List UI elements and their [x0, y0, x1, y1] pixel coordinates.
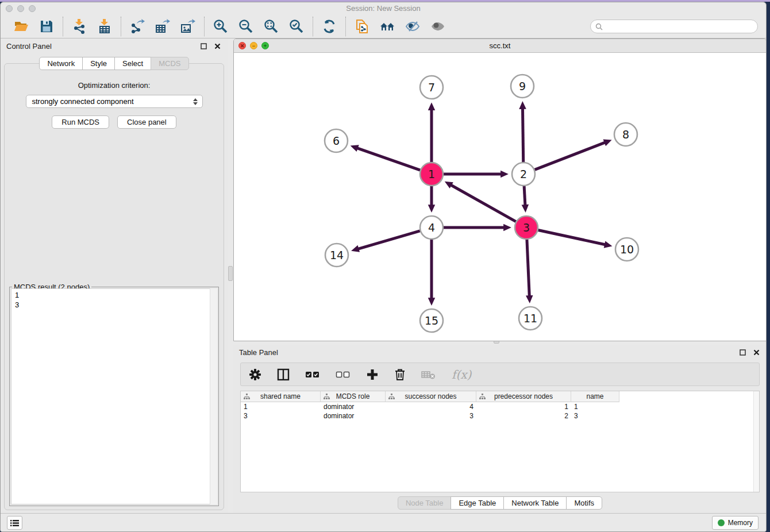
- tab-mcds[interactable]: MCDS: [151, 57, 188, 70]
- gear-icon[interactable]: [249, 368, 261, 381]
- network-minimize-icon[interactable]: −: [250, 42, 257, 49]
- table-cell[interactable]: 1: [476, 402, 571, 411]
- graph-node-10[interactable]: 10: [615, 238, 638, 261]
- clone-network-icon[interactable]: [353, 18, 371, 35]
- close-panel-icon[interactable]: [213, 41, 222, 51]
- memory-button[interactable]: Memory: [712, 516, 759, 530]
- graph-node-4[interactable]: 4: [420, 216, 443, 239]
- minimize-window-button[interactable]: [17, 5, 24, 12]
- table-row[interactable]: 3dominator323: [241, 411, 759, 421]
- graph-node-11[interactable]: 11: [519, 307, 542, 330]
- table-cell[interactable]: 3: [571, 411, 619, 421]
- first-neighbors-icon[interactable]: [379, 18, 396, 35]
- table-cell[interactable]: 3: [386, 411, 476, 421]
- import-network-file-icon[interactable]: [71, 18, 88, 35]
- open-session-icon[interactable]: [13, 18, 30, 35]
- function-builder-icon[interactable]: f(x): [452, 368, 471, 381]
- export-network-icon[interactable]: [129, 18, 146, 35]
- hide-selected-icon[interactable]: [404, 18, 421, 35]
- search-box: [590, 20, 758, 33]
- apply-layout-icon[interactable]: [321, 18, 338, 35]
- combo-chevrons-icon: [193, 98, 198, 105]
- show-all-icon[interactable]: [429, 18, 446, 35]
- edge-2-9[interactable]: [522, 105, 523, 162]
- graph-node-15[interactable]: 15: [420, 309, 443, 332]
- save-session-icon[interactable]: [38, 18, 55, 35]
- tab-edge-table[interactable]: Edge Table: [451, 496, 504, 510]
- zoom-window-button[interactable]: [29, 5, 36, 12]
- select-all-checkboxes-icon[interactable]: [305, 371, 320, 379]
- table-scrollbar[interactable]: [753, 391, 759, 492]
- hierarchy-icon: [244, 394, 250, 400]
- hierarchy-icon: [388, 394, 395, 400]
- list-icon: [10, 519, 19, 527]
- column-header-name[interactable]: name: [571, 391, 619, 402]
- mcds-result-text[interactable]: 1 3: [11, 288, 217, 504]
- split-view-icon[interactable]: [277, 368, 290, 381]
- float-table-panel-icon[interactable]: [738, 348, 747, 357]
- optimization-criterion-label: Optimization criterion:: [5, 81, 224, 90]
- result-scrollbar[interactable]: [210, 288, 217, 504]
- column-header-predecessor-nodes[interactable]: predecessor nodes: [476, 391, 571, 402]
- add-column-icon[interactable]: [366, 368, 379, 381]
- tab-select[interactable]: Select: [114, 57, 151, 70]
- zoom-fit-icon[interactable]: [263, 18, 280, 35]
- task-history-button[interactable]: [7, 516, 22, 530]
- column-header-shared-name[interactable]: shared name: [241, 391, 321, 402]
- graph-node-3[interactable]: 3: [515, 216, 538, 239]
- svg-text:4: 4: [428, 221, 435, 234]
- delete-table-icon[interactable]: [421, 369, 436, 380]
- import-table-file-icon[interactable]: [96, 18, 113, 35]
- table-cell[interactable]: 1: [571, 402, 619, 411]
- export-table-icon[interactable]: [154, 18, 171, 35]
- memory-label: Memory: [728, 519, 753, 527]
- graph-node-9[interactable]: 9: [511, 75, 534, 98]
- network-zoom-icon[interactable]: +: [261, 42, 269, 49]
- edge-1-6[interactable]: [354, 147, 420, 170]
- edge-3-11[interactable]: [527, 240, 530, 299]
- tab-network-table[interactable]: Network Table: [503, 496, 567, 510]
- zoom-selected-icon[interactable]: [288, 18, 305, 35]
- deselect-all-checkboxes-icon[interactable]: [336, 371, 351, 379]
- edge-2-8[interactable]: [535, 141, 609, 169]
- table-cell[interactable]: dominator: [321, 402, 386, 411]
- tab-node-table[interactable]: Node Table: [398, 496, 452, 510]
- table-row[interactable]: 1dominator411: [241, 402, 759, 411]
- graph-node-2[interactable]: 2: [512, 163, 535, 186]
- vertical-splitter-handle[interactable]: [228, 266, 233, 281]
- table-cell[interactable]: dominator: [321, 411, 386, 421]
- network-graph[interactable]: 7968124314101511: [234, 53, 766, 341]
- float-panel-icon[interactable]: [199, 41, 208, 51]
- table-cell[interactable]: 1: [241, 402, 321, 411]
- edge-3-1[interactable]: [448, 183, 516, 221]
- table-cell[interactable]: 2: [476, 411, 571, 421]
- close-window-button[interactable]: [6, 5, 13, 12]
- zoom-out-icon[interactable]: [237, 18, 255, 35]
- delete-columns-icon[interactable]: [394, 368, 406, 381]
- zoom-in-icon[interactable]: [212, 18, 229, 35]
- graph-node-14[interactable]: 14: [325, 244, 348, 267]
- optimization-criterion-select[interactable]: strongly connected component: [26, 95, 203, 108]
- edge-2-3[interactable]: [524, 186, 525, 209]
- tab-motifs[interactable]: Motifs: [566, 496, 602, 510]
- graph-node-6[interactable]: 6: [325, 129, 348, 152]
- network-canvas[interactable]: 7968124314101511: [234, 53, 766, 341]
- svg-text:6: 6: [333, 134, 340, 147]
- close-table-panel-icon[interactable]: [752, 348, 761, 357]
- tab-network[interactable]: Network: [39, 57, 83, 70]
- graph-node-1[interactable]: 1: [420, 163, 443, 186]
- table-cell[interactable]: 3: [241, 411, 321, 421]
- table-cell[interactable]: 4: [386, 402, 476, 411]
- column-header-MCDS-role[interactable]: MCDS role: [321, 391, 386, 402]
- network-close-icon[interactable]: ✕: [238, 42, 246, 49]
- run-mcds-button[interactable]: Run MCDS: [52, 115, 109, 129]
- tab-style[interactable]: Style: [82, 57, 115, 70]
- edge-4-14[interactable]: [355, 231, 420, 250]
- search-input[interactable]: [606, 22, 753, 30]
- close-panel-button[interactable]: Close panel: [117, 115, 176, 129]
- column-header-successor-nodes[interactable]: successor nodes: [386, 391, 476, 402]
- graph-node-8[interactable]: 8: [614, 123, 637, 146]
- graph-node-7[interactable]: 7: [420, 76, 443, 99]
- edge-3-10[interactable]: [538, 230, 609, 245]
- export-image-icon[interactable]: [179, 18, 197, 35]
